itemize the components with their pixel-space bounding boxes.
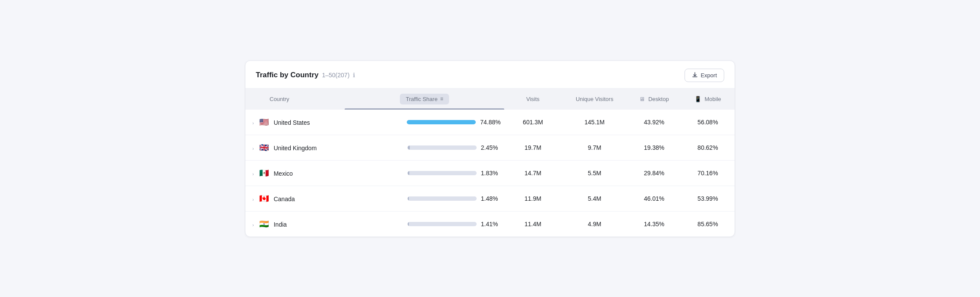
desktop-cell: 43.92% [627,110,681,135]
expand-icon[interactable]: › [252,146,254,151]
info-icon[interactable]: ℹ [353,72,355,79]
mobile-cell: 53.99% [681,186,735,211]
visits-cell: 601.3M [504,110,562,135]
country-flag: 🇮🇳 [259,220,269,228]
traffic-pct: 74.88% [480,119,500,126]
col-header-country: Country [245,88,345,110]
unique-visitors-cell: 5.5M [562,160,627,186]
card-title: Traffic by Country [256,71,318,79]
traffic-pct: 1.41% [481,221,501,227]
unique-visitors-cell: 4.9M [562,211,627,237]
desktop-cell: 19.38% [627,135,681,160]
bar-track [408,222,477,226]
traffic-share-label: Traffic Share [406,96,438,102]
mobile-cell: 80.62% [681,135,735,160]
mobile-cell: 85.65% [681,211,735,237]
mobile-cell: 56.08% [681,110,735,135]
bar-fill [408,171,409,175]
visits-cell: 19.7M [504,135,562,160]
expand-icon[interactable]: › [252,171,254,177]
export-button[interactable]: Export [685,69,724,82]
country-cell: › 🇬🇧 United Kingdom [245,135,345,160]
traffic-share-cell: 74.88% [345,110,504,135]
desktop-cell: 46.01% [627,186,681,211]
sort-underline [345,108,504,110]
table-row: › 🇺🇸 United States 74.88% 601.3M 145.1M … [245,110,735,135]
country-flag: 🇨🇦 [259,194,269,203]
mobile-cell: 70.16% [681,160,735,186]
country-cell: › 🇮🇳 India [245,211,345,237]
visits-cell: 11.4M [504,211,562,237]
card-header: Traffic by Country 1–50(207) ℹ Export [245,61,735,88]
country-name: United States [273,119,310,126]
table-row: › 🇬🇧 United Kingdom 2.45% 19.7M 9.7M 19.… [245,135,735,160]
table-row: › 🇲🇽 Mexico 1.83% 14.7M 5.5M 29.84% 70.1… [245,160,735,186]
traffic-by-country-card: Traffic by Country 1–50(207) ℹ Export Co… [245,60,735,237]
traffic-pct: 2.45% [481,144,501,151]
bar-track [408,196,477,201]
country-name: Mexico [273,170,292,177]
data-table: Country Traffic Share ≡ Visits [245,88,735,237]
export-icon [692,72,698,78]
unique-visitors-cell: 145.1M [562,110,627,135]
country-flag: 🇺🇸 [259,118,269,126]
bar-fill [407,120,476,124]
country-name: Canada [273,196,295,202]
traffic-share-cell: 1.41% [345,211,504,237]
country-name: United Kingdom [273,145,317,152]
table-header-row: Country Traffic Share ≡ Visits [245,88,735,110]
expand-icon[interactable]: › [252,120,254,126]
sort-icon: ≡ [440,96,443,102]
table-row: › 🇮🇳 India 1.41% 11.4M 4.9M 14.35% 85.65… [245,211,735,237]
bar-fill [408,145,410,150]
bar-track [408,171,477,175]
desktop-cell: 29.84% [627,160,681,186]
card-range: 1–50(207) [322,72,349,79]
traffic-pct: 1.48% [481,195,501,202]
col-header-mobile: Mobile [681,88,735,110]
traffic-share-cell: 2.45% [345,135,504,160]
traffic-share-cell: 1.83% [345,160,504,186]
country-cell: › 🇺🇸 United States [245,110,345,135]
mobile-icon [694,96,701,102]
col-header-visits: Visits [504,88,562,110]
bar-fill [408,196,409,201]
monitor-icon [639,96,645,102]
traffic-share-cell: 1.48% [345,186,504,211]
expand-icon[interactable]: › [252,197,254,202]
visits-cell: 11.9M [504,186,562,211]
country-flag: 🇬🇧 [259,143,269,152]
col-header-desktop: Desktop [627,88,681,110]
unique-visitors-cell: 5.4M [562,186,627,211]
bar-fill [408,222,409,226]
header-left: Traffic by Country 1–50(207) ℹ [256,71,355,79]
table-row: › 🇨🇦 Canada 1.48% 11.9M 5.4M 46.01% 53.9… [245,186,735,211]
visits-cell: 14.7M [504,160,562,186]
bar-track [408,145,477,150]
col-header-traffic-share[interactable]: Traffic Share ≡ [345,88,504,110]
traffic-pct: 1.83% [481,170,501,177]
bar-track [407,120,476,124]
desktop-cell: 14.35% [627,211,681,237]
country-name: India [273,221,286,228]
export-label: Export [700,72,717,79]
unique-visitors-cell: 9.7M [562,135,627,160]
country-cell: › 🇨🇦 Canada [245,186,345,211]
expand-icon[interactable]: › [252,222,254,227]
col-header-unique-visitors: Unique Visitors [562,88,627,110]
country-flag: 🇲🇽 [259,169,269,177]
country-cell: › 🇲🇽 Mexico [245,160,345,186]
